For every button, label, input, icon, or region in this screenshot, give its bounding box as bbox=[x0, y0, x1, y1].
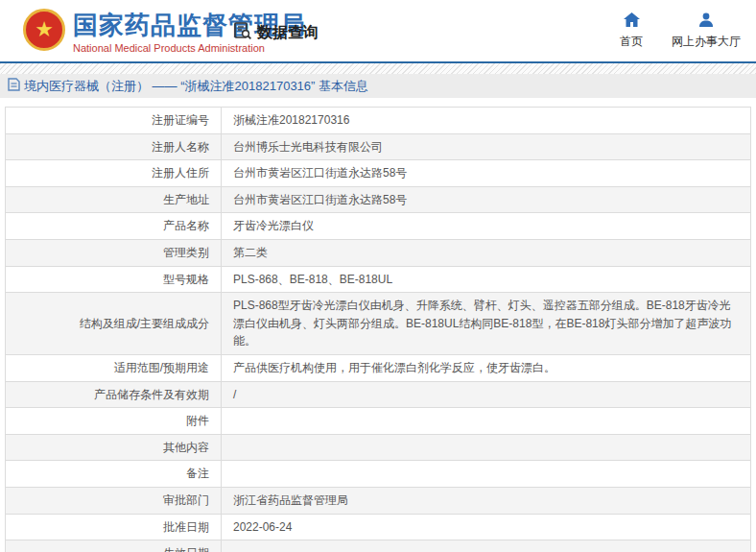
table-row: 结构及组成/主要组成成分 PLS-868型牙齿冷光漂白仪由机身、升降系统、臂杆、… bbox=[6, 293, 751, 355]
row-value: 2022-06-24 bbox=[222, 514, 751, 540]
table-row: 生产地址 台州市黄岩区江口街道永达路58号 bbox=[6, 186, 751, 213]
row-label: 适用范围/预期用途 bbox=[6, 354, 222, 381]
table-row: 适用范围/预期用途 产品供医疗机构使用，用于催化漂白剂化学反应，使牙齿漂白。 bbox=[6, 354, 751, 381]
table-row: 生效日期 bbox=[6, 540, 751, 552]
row-label: 生效日期 bbox=[6, 540, 222, 552]
row-label: 备注 bbox=[6, 461, 222, 488]
row-value bbox=[222, 408, 751, 435]
table-row: 型号规格 PLS-868、BE-818、BE-818UL bbox=[6, 266, 751, 293]
table-row: 附件 bbox=[6, 408, 751, 435]
data-query-section[interactable]: 数据查询 bbox=[233, 21, 319, 44]
row-value bbox=[222, 461, 751, 488]
national-emblem-logo: ★ bbox=[23, 9, 65, 51]
row-value: / bbox=[222, 381, 751, 408]
row-value: PLS-868型牙齿冷光漂白仪由机身、升降系统、臂杆、灯头、遥控器五部分组成。B… bbox=[222, 293, 751, 355]
registration-info-table: 注册证编号 浙械注准20182170316 注册人名称 台州博乐士光电科技有限公… bbox=[5, 107, 751, 552]
table-row: 产品名称 牙齿冷光漂白仪 bbox=[6, 213, 751, 240]
table-row: 管理类别 第二类 bbox=[6, 239, 751, 266]
row-value: 浙械注准20182170316 bbox=[222, 108, 751, 134]
row-label: 产品名称 bbox=[6, 213, 222, 240]
nav-home-label: 首页 bbox=[620, 34, 643, 50]
row-label: 其他内容 bbox=[6, 434, 222, 461]
row-value: 第二类 bbox=[222, 239, 751, 266]
table-row: 备注 bbox=[6, 461, 751, 488]
row-label: 批准日期 bbox=[6, 514, 222, 540]
doc-search-icon bbox=[233, 21, 252, 44]
header: ★ 国家药品监督管理局 National Medical Products Ad… bbox=[0, 0, 756, 63]
row-value: 牙齿冷光漂白仪 bbox=[222, 213, 751, 240]
row-label: 结构及组成/主要组成成分 bbox=[6, 293, 222, 355]
row-label: 型号规格 bbox=[6, 266, 222, 293]
row-label: 注册人住所 bbox=[6, 160, 222, 187]
row-label: 注册证编号 bbox=[6, 108, 222, 134]
nav-service-hall-label: 网上办事大厅 bbox=[672, 34, 741, 50]
table-row: 批准日期 2022-06-24 bbox=[6, 514, 751, 540]
row-label: 附件 bbox=[6, 408, 222, 435]
breadcrumb-text: 境内医疗器械（注册） —— “浙械注准20182170316” 基本信息 bbox=[24, 78, 368, 95]
user-icon bbox=[698, 12, 714, 31]
table-row: 产品储存条件及有效期 / bbox=[6, 381, 751, 408]
row-value bbox=[222, 434, 751, 461]
nav-home[interactable]: 首页 bbox=[620, 12, 643, 50]
home-icon bbox=[624, 12, 640, 31]
row-label: 审批部门 bbox=[6, 487, 222, 514]
table-row: 注册人住所 台州市黄岩区江口街道永达路58号 bbox=[6, 160, 751, 187]
row-value: 台州市黄岩区江口街道永达路58号 bbox=[222, 160, 751, 187]
breadcrumb: 境内医疗器械（注册） —— “浙械注准20182170316” 基本信息 bbox=[0, 74, 756, 98]
star-icon: ★ bbox=[35, 19, 54, 40]
table-row: 注册证编号 浙械注准20182170316 bbox=[6, 108, 751, 134]
row-value: 台州博乐士光电科技有限公司 bbox=[222, 133, 751, 160]
row-label: 产品储存条件及有效期 bbox=[6, 381, 222, 408]
row-label: 生产地址 bbox=[6, 186, 222, 213]
row-value: 浙江省药品监督管理局 bbox=[222, 487, 751, 514]
document-icon bbox=[8, 78, 20, 95]
row-value: 产品供医疗机构使用，用于催化漂白剂化学反应，使牙齿漂白。 bbox=[222, 354, 751, 381]
row-value: PLS-868、BE-818、BE-818UL bbox=[222, 266, 751, 293]
spacer bbox=[0, 98, 756, 107]
table-row: 审批部门 浙江省药品监督管理局 bbox=[6, 487, 751, 514]
hatch-strip bbox=[0, 63, 756, 74]
row-value bbox=[222, 540, 751, 552]
row-label: 管理类别 bbox=[6, 239, 222, 266]
table-row: 注册人名称 台州博乐士光电科技有限公司 bbox=[6, 133, 751, 160]
row-label: 注册人名称 bbox=[6, 133, 222, 160]
row-value: 台州市黄岩区江口街道永达路58号 bbox=[222, 186, 751, 213]
data-query-label: 数据查询 bbox=[257, 23, 319, 43]
header-nav: 首页 网上办事大厅 bbox=[620, 12, 741, 50]
nav-service-hall[interactable]: 网上办事大厅 bbox=[672, 12, 741, 50]
table-row: 其他内容 bbox=[6, 434, 751, 461]
